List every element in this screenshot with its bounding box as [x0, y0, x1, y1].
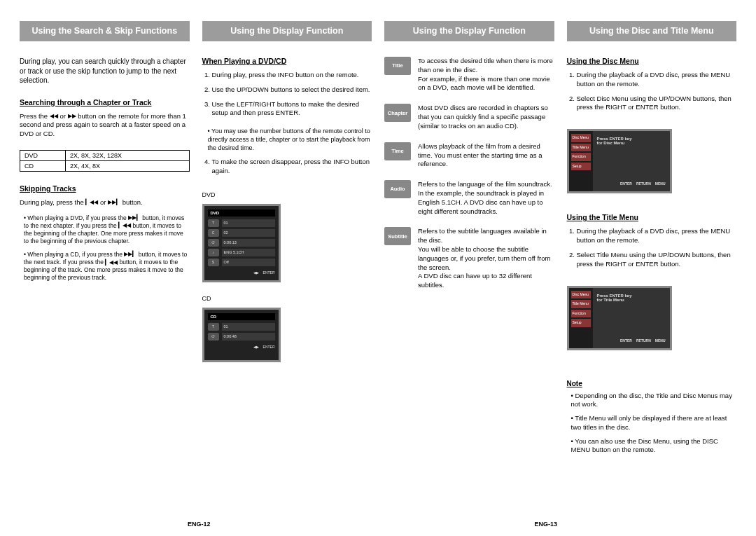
speed-cd-label: CD: [20, 160, 66, 171]
steps-display-cont: To make the screen disappear, press the …: [202, 158, 372, 181]
note-heading: Note: [567, 380, 737, 387]
intro-text: During play, you can search quickly thro…: [20, 57, 190, 85]
screenshot-title-menu: Disc Menu Title Menu Function Setup Pres…: [567, 286, 672, 350]
section-searching: Searching through a Chapter or Track: [20, 98, 190, 106]
speed-cd-values: 2X, 4X, 8X: [65, 160, 189, 171]
subtitle-badge-icon: Subtitle: [384, 227, 411, 245]
title-badge-icon: Title: [384, 57, 411, 75]
rewind-icon: ◀◀: [50, 113, 58, 121]
skip-prev-icon: ▎◀◀: [85, 199, 98, 207]
def-title: Title To access the desired title when t…: [384, 57, 554, 92]
section-playing-dvd-cd: When Playing a DVD/CD: [202, 57, 372, 65]
section-title-menu: Using the Title Menu: [567, 213, 737, 221]
def-audio: Audio Refers to the language of the film…: [384, 180, 554, 216]
page-number-left: ENG-12: [188, 521, 211, 528]
search-body: Press the ◀◀ or ▶▶ button on the remote …: [20, 112, 190, 139]
audio-badge-icon: Audio: [384, 180, 411, 198]
sub-bullet-number-buttons: • You may use the number buttons of the …: [208, 128, 372, 152]
screenshot-cd-info: CD T01 ⏱0:00:48 ◀▶ENTER: [202, 308, 281, 362]
steps-title-menu: During the playback of a DVD disc, press…: [567, 227, 737, 274]
section-skipping: Skipping Tracks: [20, 184, 190, 193]
page-number-right: ENG-13: [534, 521, 557, 528]
skip-prev-icon: ▎◀◀: [118, 222, 131, 229]
column-search-skip: Using the Search & Skip Functions During…: [20, 21, 190, 460]
screenshot-dvd-info: DVD T01 C02 ⏱0:00:13 ♪ENG 5.1CH SOff ◀▶E…: [202, 204, 281, 282]
label-dvd: DVD: [202, 191, 372, 198]
skip-prev-icon: ▎◀◀: [105, 259, 118, 266]
column-display-2: Using the Display Function Title To acce…: [384, 21, 554, 460]
skip-next-icon: ▶▶▎: [128, 214, 141, 221]
disc-title-notes: Depending on the disc, the Title and Dis…: [567, 392, 737, 460]
header-col1: Using the Search & Skip Functions: [20, 21, 190, 41]
def-chapter: Chapter Most DVD discs are recorded in c…: [384, 104, 554, 130]
screenshot-disc-menu: Disc Menu Title Menu Function Setup Pres…: [567, 129, 672, 193]
skip-notes: When playing a DVD, if you press the ▶▶▎…: [20, 214, 190, 287]
steps-disc-menu: During the playback of a DVD disc, press…: [567, 71, 737, 118]
def-subtitle: Subtitle Refers to the subtitle language…: [384, 227, 554, 290]
time-badge-icon: Time: [384, 142, 411, 160]
header-col2: Using the Display Function: [202, 21, 372, 41]
steps-display: During play, press the INFO button on th…: [202, 71, 372, 123]
header-col4: Using the Disc and Title Menu: [567, 21, 737, 41]
speed-table: DVD 2X, 8X, 32X, 128X CD 2X, 4X, 8X: [20, 150, 190, 172]
label-cd: CD: [202, 295, 372, 302]
column-disc-title-menu: Using the Disc and Title Menu Using the …: [567, 21, 737, 460]
speed-dvd-values: 2X, 8X, 32X, 128X: [65, 150, 189, 160]
skip-body: During play, press the ▎◀◀ or ▶▶▎ button…: [20, 198, 190, 207]
def-time: Time Allows playback of the film from a …: [384, 142, 554, 169]
speed-dvd-label: DVD: [20, 150, 66, 160]
skip-next-icon: ▶▶▎: [108, 199, 120, 207]
column-display-1: Using the Display Function When Playing …: [202, 21, 372, 460]
chapter-badge-icon: Chapter: [384, 104, 411, 122]
header-col3: Using the Display Function: [384, 21, 554, 41]
forward-icon: ▶▶: [68, 113, 76, 121]
section-disc-menu: Using the Disc Menu: [567, 57, 737, 65]
skip-next-icon: ▶▶▎: [124, 251, 136, 258]
